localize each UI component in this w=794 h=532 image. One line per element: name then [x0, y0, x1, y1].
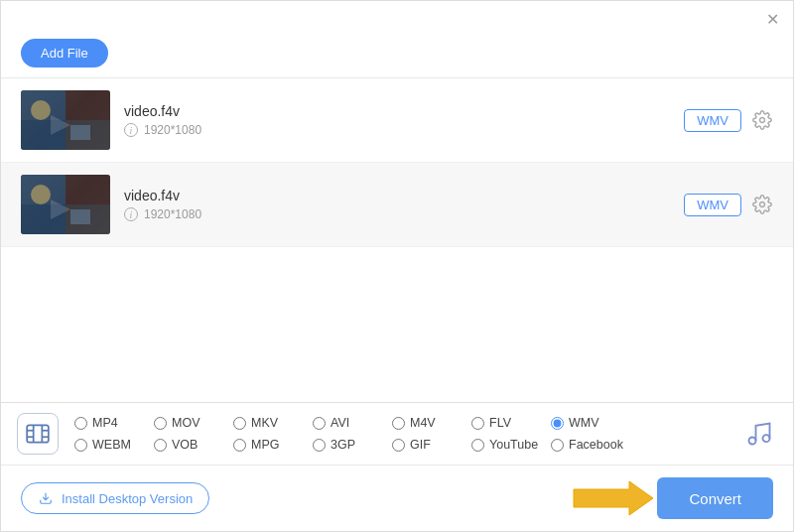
thumbnail: [21, 175, 110, 234]
format-option-mp4[interactable]: MP4: [74, 413, 154, 433]
format-option-facebook[interactable]: Facebook: [551, 435, 630, 455]
file-list: video.f4v i 1920*1080 WMV: [1, 78, 793, 410]
convert-area: Convert: [570, 475, 773, 521]
format-option-flv[interactable]: FLV: [471, 413, 551, 433]
add-file-button[interactable]: Add File: [21, 39, 108, 67]
format-option-gif[interactable]: GIF: [392, 435, 471, 455]
toolbar: Add File: [1, 33, 793, 78]
audio-format-icon[interactable]: [741, 416, 777, 452]
svg-point-23: [749, 438, 756, 445]
file-actions: WMV: [684, 194, 773, 216]
video-format-icon: [17, 413, 59, 455]
svg-point-24: [763, 435, 770, 442]
convert-button[interactable]: Convert: [657, 477, 773, 519]
resolution: 1920*1080: [144, 207, 201, 221]
file-actions: WMV: [684, 109, 773, 132]
svg-point-4: [31, 100, 51, 120]
svg-marker-26: [574, 481, 653, 515]
svg-rect-5: [70, 125, 90, 140]
file-info: video.f4v i 1920*1080: [124, 188, 684, 221]
format-option-m4v[interactable]: M4V: [392, 413, 471, 433]
file-name: video.f4v: [124, 188, 684, 203]
format-option-mpg[interactable]: MPG: [233, 435, 313, 455]
resolution: 1920*1080: [144, 123, 201, 137]
file-info: video.f4v i 1920*1080: [124, 103, 684, 137]
bottom-section: MP4 MOV MKV AVI M4V FLV WM: [1, 402, 793, 531]
thumbnail: [21, 90, 110, 150]
format-option-youtube[interactable]: YouTube: [471, 435, 551, 455]
close-button[interactable]: ✕: [763, 10, 781, 28]
format-row-1: MP4 MOV MKV AVI M4V FLV WM: [74, 413, 729, 433]
format-option-3gp[interactable]: 3GP: [313, 435, 392, 455]
file-meta: i 1920*1080: [124, 207, 684, 221]
format-option-webm[interactable]: WEBM: [74, 435, 154, 455]
info-icon: i: [124, 207, 138, 221]
install-desktop-button[interactable]: Install Desktop Version: [21, 482, 209, 514]
svg-rect-1: [66, 90, 110, 120]
format-option-mkv[interactable]: MKV: [233, 413, 313, 433]
format-badge[interactable]: WMV: [684, 109, 741, 132]
format-option-vob[interactable]: VOB: [154, 435, 233, 455]
svg-point-12: [31, 185, 51, 204]
svg-rect-13: [70, 209, 90, 224]
svg-rect-16: [27, 425, 49, 442]
svg-rect-9: [66, 175, 110, 204]
info-icon: i: [124, 123, 138, 137]
arrow-decoration: [570, 475, 657, 521]
settings-icon[interactable]: [751, 109, 773, 131]
format-options-container: MP4 MOV MKV AVI M4V FLV WM: [74, 413, 729, 455]
format-badge[interactable]: WMV: [684, 194, 741, 216]
svg-point-7: [760, 118, 765, 123]
format-option-mov[interactable]: MOV: [154, 413, 233, 433]
title-bar: ✕: [1, 1, 793, 33]
format-option-wmv[interactable]: WMV: [551, 413, 630, 433]
download-icon: [38, 490, 54, 506]
install-label: Install Desktop Version: [62, 491, 193, 506]
settings-icon[interactable]: [751, 194, 773, 215]
format-panel: MP4 MOV MKV AVI M4V FLV WM: [1, 402, 793, 465]
file-meta: i 1920*1080: [124, 123, 684, 137]
file-name: video.f4v: [124, 103, 684, 119]
action-bar: Install Desktop Version Convert: [1, 465, 793, 531]
svg-point-15: [760, 202, 765, 207]
file-item: video.f4v i 1920*1080 WMV: [1, 163, 793, 247]
format-option-avi[interactable]: AVI: [313, 413, 392, 433]
format-row-2: WEBM VOB MPG 3GP GIF YouTube: [74, 435, 729, 455]
file-item: video.f4v i 1920*1080 WMV: [1, 78, 793, 163]
